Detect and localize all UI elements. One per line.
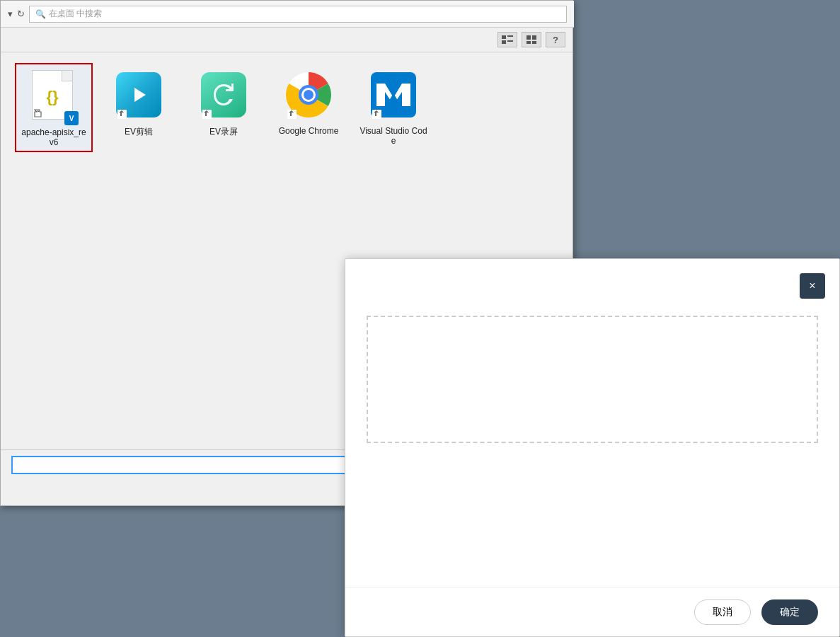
svg-rect-3	[507, 40, 513, 42]
chrome-icon-wrapper	[280, 67, 337, 123]
svg-rect-7	[532, 41, 536, 44]
nav-dropdown-icon[interactable]: ▾	[8, 8, 13, 19]
svg-rect-0	[502, 35, 506, 39]
file-icon-ev-recorder[interactable]: EV录屏	[185, 63, 263, 142]
view-toggle-btn[interactable]	[497, 32, 517, 47]
chrome-shortcut-icon	[287, 109, 297, 122]
modal-footer: 取消 确定	[345, 587, 839, 636]
ev-editor-shortcut-icon	[117, 109, 127, 122]
svg-rect-6	[527, 41, 531, 44]
apache-apisix-icon-wrapper: {} V	[25, 68, 82, 125]
svg-rect-5	[532, 35, 536, 40]
modal-dialog: × 取消 确定	[345, 258, 840, 637]
svg-rect-2	[502, 40, 506, 44]
modal-drop-area[interactable]	[367, 316, 818, 443]
modal-close-button[interactable]: ×	[800, 273, 825, 299]
modal-cancel-button[interactable]: 取消	[694, 599, 751, 625]
ev-editor-icon-wrapper	[110, 67, 167, 123]
layout-btn[interactable]	[522, 32, 541, 47]
modal-confirm-button[interactable]: 确定	[761, 599, 818, 625]
ev-recorder-shortcut-icon	[202, 109, 212, 122]
file-icon-vscode[interactable]: Visual Studio Code	[355, 63, 432, 149]
search-icon: 🔍	[35, 9, 46, 19]
file-icon-google-chrome[interactable]: Google Chrome	[270, 63, 347, 139]
ev-recorder-label: EV录屏	[209, 126, 238, 138]
vscode-label: Visual Studio Code	[358, 126, 429, 146]
file-icon-apache-apisix[interactable]: {} V apache-apisix	[15, 63, 93, 152]
ev-editor-label: EV剪辑	[125, 126, 153, 138]
search-input-label: 在桌面 中搜索	[49, 8, 102, 20]
svg-point-15	[304, 90, 313, 100]
svg-marker-9	[134, 88, 146, 102]
vscode-icon-wrapper	[365, 67, 422, 123]
dialog-search-bar: ▾ ↻ 🔍 在桌面 中搜索	[1, 1, 574, 28]
ev-recorder-icon-wrapper	[195, 67, 252, 123]
chrome-label: Google Chrome	[279, 126, 339, 136]
svg-rect-1	[507, 35, 513, 37]
apache-apisix-label: apache-apisix_rev6	[20, 127, 88, 147]
vscode-shortcut-icon	[372, 109, 381, 122]
file-icons-grid: {} V apache-apisix	[1, 52, 573, 163]
dialog-toolbar: ?	[1, 28, 573, 52]
help-btn[interactable]: ?	[546, 32, 565, 47]
shortcut-arrow-icon	[33, 108, 42, 121]
svg-rect-4	[527, 35, 531, 40]
file-icon-ev-editor[interactable]: EV剪辑	[100, 63, 178, 142]
refresh-icon[interactable]: ↻	[17, 8, 25, 19]
modal-content-area	[345, 259, 839, 566]
